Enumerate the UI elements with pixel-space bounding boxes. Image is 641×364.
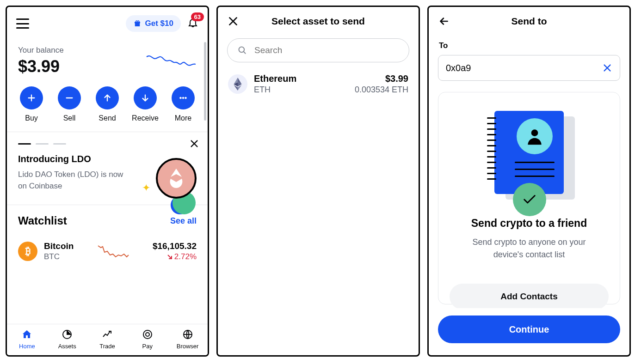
watchlist-title: Watchlist <box>18 214 67 227</box>
see-all-link[interactable]: See all <box>170 216 197 226</box>
balance-label: Your balance <box>18 46 64 55</box>
scrollbar[interactable] <box>204 42 206 121</box>
screen-select-asset: Select asset to send Ethereum ETH $3.99 … <box>216 6 420 357</box>
promo-label: Get $10 <box>145 19 173 28</box>
asset-price: $16,105.32 <box>153 241 197 251</box>
screen-home: Get $10 63 Your balance $3.99 Buy <box>6 6 209 357</box>
bitcoin-icon: ₿ <box>18 242 37 261</box>
search-icon <box>238 46 247 55</box>
svg-point-4 <box>143 330 152 339</box>
buy-label: Buy <box>25 114 38 122</box>
asset-ticker: BTC <box>44 252 74 261</box>
asset-ticker: ETH <box>254 85 348 95</box>
tab-trade[interactable]: Trade <box>91 329 123 350</box>
plus-icon <box>26 93 37 103</box>
balance-value: $3.99 <box>18 57 64 76</box>
card-body: Send crypto to anyone on your device's c… <box>460 236 598 261</box>
page-title: Select asset to send <box>227 16 409 27</box>
asset-usd: $3.99 <box>355 73 408 84</box>
tab-label: Trade <box>99 343 115 350</box>
asset-row-ethereum[interactable]: Ethereum ETH $3.99 0.003534 ETH <box>218 69 419 99</box>
search-input[interactable] <box>254 45 399 55</box>
send-button[interactable]: Send <box>91 86 123 122</box>
continue-button[interactable]: Continue <box>438 315 620 343</box>
arrow-down-icon <box>140 93 150 103</box>
receive-button[interactable]: Receive <box>129 86 161 122</box>
check-icon <box>522 192 537 207</box>
close-icon[interactable] <box>189 139 199 149</box>
arrow-down-right-icon <box>167 254 173 260</box>
tab-assets[interactable]: Assets <box>51 329 83 350</box>
svg-point-5 <box>146 333 149 336</box>
tab-bar: Home Assets Trade Pay Browser <box>7 324 208 355</box>
ldo-icon <box>167 168 185 189</box>
home-icon <box>21 329 32 340</box>
to-label: To <box>439 41 620 50</box>
balance-sparkline <box>146 52 197 71</box>
add-contacts-button[interactable]: Add Contacts <box>450 284 609 308</box>
card-title: Send crypto to a friend <box>450 217 609 230</box>
svg-point-0 <box>180 97 182 99</box>
promo-graphic: ✦ <box>156 158 197 199</box>
arrow-up-icon <box>102 93 112 103</box>
contacts-illustration <box>490 111 568 203</box>
promo-pager <box>18 143 197 145</box>
svg-point-1 <box>182 97 184 99</box>
clear-icon[interactable] <box>602 63 612 73</box>
pie-icon <box>62 329 73 340</box>
buy-button[interactable]: Buy <box>15 86 48 122</box>
promo-body: Lido DAO Token (LDO) is now on Coinbase <box>18 169 129 192</box>
trade-icon <box>102 329 113 340</box>
menu-icon[interactable] <box>16 18 29 29</box>
send-label: Send <box>99 114 116 122</box>
sell-label: Sell <box>63 114 76 122</box>
more-icon <box>178 93 188 103</box>
tab-label: Home <box>19 343 35 350</box>
globe-icon <box>182 329 193 340</box>
tab-label: Assets <box>58 343 76 350</box>
get-10-promo[interactable]: Get $10 <box>126 15 181 32</box>
tab-label: Browser <box>177 343 199 350</box>
contacts-card: Send crypto to a friend Send crypto to a… <box>438 92 620 304</box>
gift-icon <box>133 19 142 28</box>
screen-send-to: Send to To Send crypto to a f <box>427 6 631 357</box>
asset-amount: 0.003534 ETH <box>355 85 408 95</box>
svg-point-2 <box>185 97 187 99</box>
tab-home[interactable]: Home <box>11 329 43 350</box>
tab-pay[interactable]: Pay <box>131 329 164 350</box>
tab-label: Pay <box>142 343 153 350</box>
notifications-button[interactable]: 63 <box>187 17 198 30</box>
notification-badge: 63 <box>191 12 204 21</box>
more-button[interactable]: More <box>167 86 199 122</box>
price-sparkline <box>97 243 129 260</box>
watchlist-item-bitcoin[interactable]: ₿ Bitcoin BTC $16,105.32 2.72% <box>18 237 197 270</box>
person-icon <box>524 126 545 146</box>
sell-button[interactable]: Sell <box>53 86 86 122</box>
recipient-input[interactable] <box>446 63 602 73</box>
svg-point-8 <box>531 129 538 136</box>
more-label: More <box>175 114 191 122</box>
asset-name: Bitcoin <box>44 241 74 251</box>
minus-icon <box>64 93 74 103</box>
search-field[interactable] <box>227 38 409 62</box>
tab-browser[interactable]: Browser <box>172 329 204 350</box>
asset-name: Ethereum <box>254 73 348 84</box>
recipient-field[interactable] <box>438 55 620 81</box>
asset-change: 2.72% <box>153 252 197 261</box>
ethereum-icon <box>228 74 247 94</box>
page-title: Send to <box>438 16 620 27</box>
pay-icon <box>142 329 153 340</box>
promo-card[interactable]: Introducing LDO Lido DAO Token (LDO) is … <box>7 132 208 205</box>
sparkle-icon: ✦ <box>142 182 150 194</box>
receive-label: Receive <box>132 114 159 122</box>
